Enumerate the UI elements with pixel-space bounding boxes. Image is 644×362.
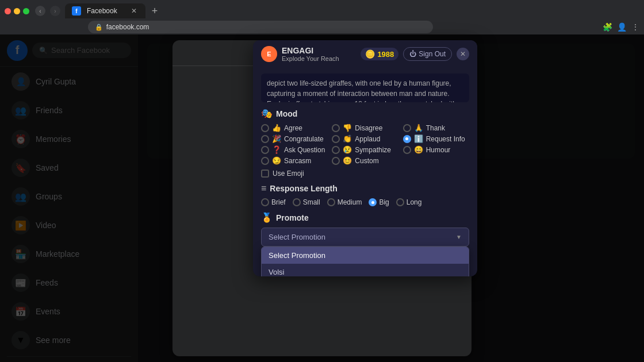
engagi-brand-name: ENGAGI <box>282 46 339 55</box>
mood-thank[interactable]: 🙏 Thank <box>403 124 469 132</box>
engagi-body: depict two life-sized giraffes, with one… <box>253 68 477 276</box>
user-profile-icon[interactable]: 👤 <box>617 22 627 32</box>
use-emoji-checkbox[interactable] <box>261 170 269 178</box>
coin-icon: 🪙 <box>365 49 375 59</box>
settings-icon[interactable]: ⋮ <box>631 22 639 32</box>
promote-dropdown[interactable]: Select Promotion ▼ <box>261 228 469 247</box>
mood-agree-radio <box>261 124 269 132</box>
agree-emoji: 👍 <box>272 124 281 132</box>
mood-section-header: 🎭 Mood <box>261 108 469 119</box>
engagi-brand-block: ENGAGI Explode Your Reach <box>282 46 339 62</box>
promote-dropdown-wrapper: Select Promotion ▼ Select Promotion Vols… <box>261 228 469 247</box>
length-medium[interactable]: Medium <box>327 198 362 206</box>
browser-toolbar: 🧩 👤 ⋮ <box>603 22 639 32</box>
mood-congratulate[interactable]: 🎉 Congratulate <box>261 134 327 143</box>
dropdown-item-volsi[interactable]: Volsi <box>262 264 469 276</box>
humour-label: Humour <box>426 146 451 154</box>
mood-humour[interactable]: 😄 Humour <box>403 145 469 154</box>
browser-back-btn[interactable]: ‹ <box>35 6 45 16</box>
post-preview: depict two life-sized giraffes, with one… <box>261 74 469 102</box>
window-minimize-btn[interactable] <box>14 8 20 14</box>
promote-header: 🏅 Promote <box>261 212 469 223</box>
thank-emoji: 🙏 <box>414 124 423 132</box>
address-bar-row: 🔒 facebook.com 🧩 👤 ⋮ <box>0 18 644 36</box>
response-length-header: ≡ Response Length <box>261 183 469 194</box>
modal-overlay: The Archaeologist's Post ✕ E ENGAGI Expl… <box>0 34 644 362</box>
mood-ask-question[interactable]: ❓ Ask Question <box>261 145 327 154</box>
mood-humour-radio <box>403 146 411 154</box>
response-length-icon: ≡ <box>261 183 266 194</box>
request-info-label: Request Info <box>426 135 465 143</box>
sign-out-btn[interactable]: ⏻ Sign Out <box>403 47 452 61</box>
address-text: facebook.com <box>106 23 150 31</box>
mood-thank-radio <box>403 124 411 132</box>
mood-disagree[interactable]: 👎 Disagree <box>332 124 398 132</box>
dropdown-item-select-promotion[interactable]: Select Promotion <box>262 247 469 264</box>
browser-tabs: ‹ › f Facebook ✕ + <box>0 0 644 18</box>
length-brief[interactable]: Brief <box>261 198 286 206</box>
promote-icon: 🏅 <box>261 212 273 223</box>
custom-emoji: 😊 <box>343 156 352 165</box>
length-medium-label: Medium <box>338 198 362 206</box>
mood-request-info-radio <box>403 135 411 143</box>
tab-close-btn[interactable]: ✕ <box>129 6 139 16</box>
lock-icon: 🔒 <box>95 24 103 31</box>
sympathize-emoji: 😢 <box>343 145 352 154</box>
mood-custom-radio <box>332 157 340 165</box>
applaud-emoji: 👏 <box>343 134 352 143</box>
response-length-title: Response Length <box>270 184 337 193</box>
sarcasm-label: Sarcasm <box>284 157 311 165</box>
engagi-close-btn[interactable]: ✕ <box>457 48 469 60</box>
length-big[interactable]: Big <box>369 198 389 206</box>
agree-label: Agree <box>284 124 302 132</box>
length-big-radio <box>369 198 377 206</box>
length-long[interactable]: Long <box>396 198 422 206</box>
length-long-radio <box>396 198 404 206</box>
length-medium-radio <box>327 198 335 206</box>
use-emoji-row: Use Emoji <box>261 170 469 178</box>
mood-sarcasm[interactable]: 😏 Sarcasm <box>261 156 327 165</box>
congratulate-label: Congratulate <box>284 135 324 143</box>
window-close-btn[interactable] <box>5 8 11 14</box>
extensions-icon[interactable]: 🧩 <box>603 22 612 32</box>
engagi-panel: E ENGAGI Explode Your Reach 🪙 1988 ⏻ Sig… <box>253 40 477 276</box>
humour-emoji: 😄 <box>414 145 423 154</box>
promote-dropdown-menu: Select Promotion Volsi cool sale Winter … <box>261 247 469 276</box>
length-small-radio <box>293 198 301 206</box>
mood-disagree-radio <box>332 124 340 132</box>
mood-applaud-radio <box>332 135 340 143</box>
congratulate-emoji: 🎉 <box>272 134 281 143</box>
browser-forward-btn[interactable]: › <box>50 6 60 16</box>
length-brief-radio <box>261 198 269 206</box>
mood-sympathize[interactable]: 😢 Sympathize <box>332 145 398 154</box>
engagi-tagline: Explode Your Reach <box>282 55 339 62</box>
new-tab-btn[interactable]: + <box>148 4 162 18</box>
length-long-label: Long <box>407 198 422 206</box>
mood-icon: 🎭 <box>261 108 273 119</box>
main-area: f 🔍 Search Facebook 👤 Cyril Gupta 👥 Frie… <box>0 34 644 362</box>
mood-custom[interactable]: 😊 Custom <box>332 156 398 165</box>
length-small-label: Small <box>303 198 320 206</box>
tab-title: Facebook <box>87 7 126 15</box>
engagi-logo: E <box>261 46 277 62</box>
sarcasm-emoji: 😏 <box>272 156 281 165</box>
active-tab[interactable]: f Facebook ✕ <box>65 3 145 18</box>
length-big-label: Big <box>379 198 389 206</box>
disagree-emoji: 👎 <box>343 124 352 132</box>
window-maximize-btn[interactable] <box>23 8 29 14</box>
ask-question-label: Ask Question <box>284 146 325 154</box>
mood-grid: 👍 Agree 👎 Disagree 🙏 Thank <box>261 124 469 165</box>
sign-out-icon: ⏻ <box>409 50 416 58</box>
address-bar[interactable]: 🔒 facebook.com <box>88 21 433 33</box>
promote-dropdown-value: Select Promotion <box>269 233 325 241</box>
length-small[interactable]: Small <box>293 198 320 206</box>
sign-out-label: Sign Out <box>419 50 446 58</box>
custom-label: Custom <box>355 157 378 165</box>
length-brief-label: Brief <box>271 198 286 206</box>
mood-request-info[interactable]: ℹ️ Request Info <box>403 134 469 143</box>
mood-title: Mood <box>276 109 297 118</box>
mood-applaud[interactable]: 👏 Applaud <box>332 134 398 143</box>
disagree-label: Disagree <box>355 124 382 132</box>
promote-section: 🏅 Promote Select Promotion ▼ Select Prom… <box>261 212 469 265</box>
mood-agree[interactable]: 👍 Agree <box>261 124 327 132</box>
